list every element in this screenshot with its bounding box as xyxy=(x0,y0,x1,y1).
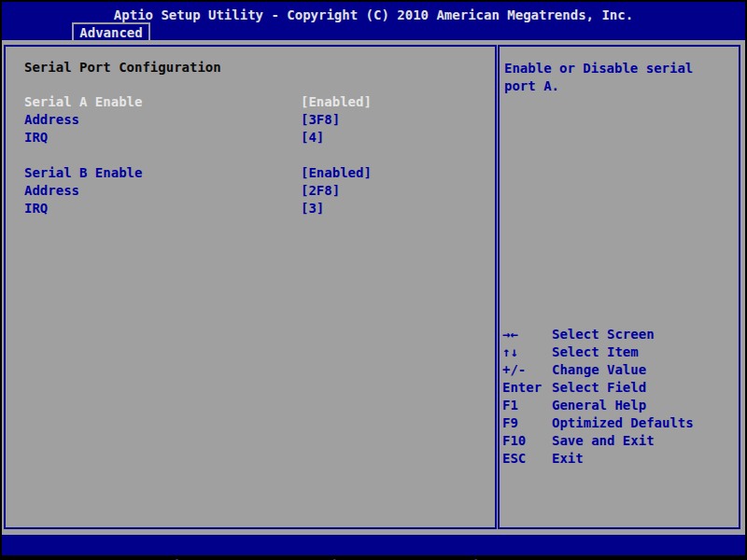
legend-row-select-screen: →← Select Screen xyxy=(500,327,739,344)
help-panel: Enable or Disable serial port A. →← Sele… xyxy=(498,45,740,529)
legend-action: General Help xyxy=(552,398,646,413)
settings-panel: Serial Port Configuration Serial A Enabl… xyxy=(4,45,497,529)
legend-key-f1: F1 xyxy=(502,398,518,413)
legend-action: Select Screen xyxy=(552,327,655,342)
footer: Version 1.23.1114. Copyright (C) 2010 Am… xyxy=(2,535,745,555)
legend-row-change-value: +/- Change Value xyxy=(500,362,739,380)
setting-label: IRQ xyxy=(24,130,48,145)
setting-row-serial-b-enable[interactable]: Serial B Enable [Enabled] xyxy=(6,165,495,183)
setting-value: [Enabled] xyxy=(301,165,372,180)
legend-action: Exit xyxy=(552,451,584,466)
legend-action: Change Value xyxy=(552,362,646,377)
legend-row-optimized-defaults: F9 Optimized Defaults xyxy=(500,415,739,433)
legend-key-arrows-lr-icon: →← xyxy=(502,327,518,342)
legend-action: Select Item xyxy=(552,344,639,359)
legend-row-exit: ESC Exit xyxy=(500,451,739,469)
section-title: Serial Port Configuration xyxy=(24,60,221,75)
setting-row-serial-b-irq[interactable]: IRQ [3] xyxy=(6,201,495,218)
setting-row-serial-a-irq[interactable]: IRQ [4] xyxy=(6,130,495,147)
setting-label: IRQ xyxy=(24,201,48,216)
bios-screen: Aptio Setup Utility - Copyright (C) 2010… xyxy=(0,0,747,560)
legend-row-save-and-exit: F10 Save and Exit xyxy=(500,433,739,451)
legend-row-select-field: Enter Select Field xyxy=(500,380,739,398)
app-title: Aptio Setup Utility - Copyright (C) 2010… xyxy=(2,7,745,22)
setting-value: [4] xyxy=(301,130,324,145)
legend-action: Save and Exit xyxy=(552,433,655,448)
legend-key-f9: F9 xyxy=(502,415,518,430)
setting-value: [2F8] xyxy=(301,183,340,198)
legend-action: Optimized Defaults xyxy=(552,415,694,430)
legend-key-enter: Enter xyxy=(502,380,542,395)
legend-action: Select Field xyxy=(552,380,646,395)
setting-label: Serial A Enable xyxy=(24,94,142,109)
legend-row-select-item: ↑↓ Select Item xyxy=(500,344,739,362)
legend-key-arrows-ud-icon: ↑↓ xyxy=(502,344,518,359)
body-background: Serial Port Configuration Serial A Enabl… xyxy=(2,40,745,535)
legend-row-general-help: F1 General Help xyxy=(500,398,739,415)
legend-key-f10: F10 xyxy=(502,433,526,448)
setting-row-serial-b-address[interactable]: Address [2F8] xyxy=(6,183,495,201)
setting-label: Serial B Enable xyxy=(24,165,142,180)
setting-value: [3F8] xyxy=(301,112,340,127)
setting-value: [3] xyxy=(301,201,324,216)
setting-label: Address xyxy=(24,112,79,127)
setting-row-serial-a-enable[interactable]: Serial A Enable [Enabled] xyxy=(6,94,495,112)
legend-key-esc: ESC xyxy=(502,451,526,466)
titlebar: Aptio Setup Utility - Copyright (C) 2010… xyxy=(2,2,745,40)
setting-value: [Enabled] xyxy=(301,94,372,109)
setting-row-serial-a-address[interactable]: Address [3F8] xyxy=(6,112,495,130)
tab-advanced-label: Advanced xyxy=(79,25,142,40)
tab-advanced[interactable]: Advanced xyxy=(72,22,150,42)
legend-key-plus-minus: +/- xyxy=(502,362,526,377)
setting-label: Address xyxy=(24,183,79,198)
key-legend: →← Select Screen ↑↓ Select Item +/- Chan… xyxy=(500,327,739,469)
help-text: Enable or Disable serial port A. xyxy=(504,60,712,95)
